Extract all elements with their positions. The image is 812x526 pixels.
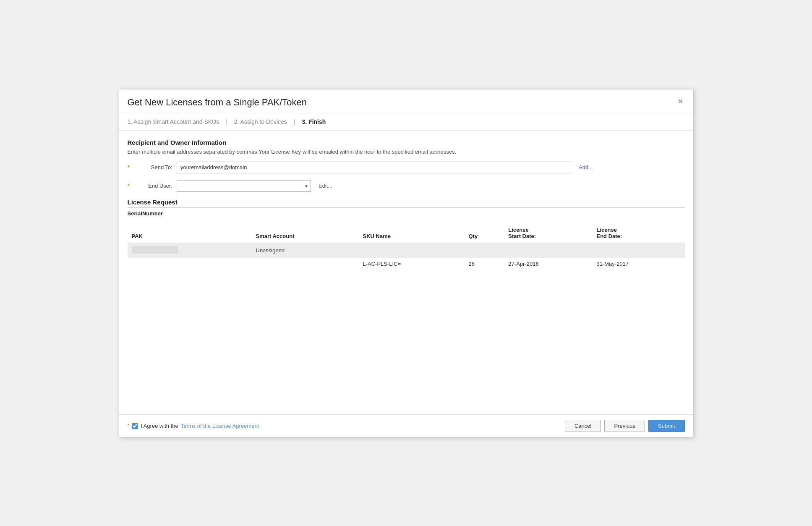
end-user-select[interactable] — [177, 180, 311, 192]
end-user-select-wrapper: ▼ — [177, 180, 311, 192]
cancel-button[interactable]: Cancel — [565, 420, 601, 432]
wizard-steps: 1. Assign Smart Account and SKUs | 2. As… — [119, 113, 693, 131]
col-start-date: LicenseStart Date: — [504, 223, 592, 243]
smart-account-cell — [252, 258, 359, 270]
footer-right: Cancel Previous Submit — [565, 420, 685, 432]
qty-cell — [464, 243, 504, 258]
end-date-cell — [592, 243, 684, 258]
pak-placeholder — [132, 246, 178, 254]
col-sku-name: SKU Name — [358, 223, 464, 243]
license-request-title: License Request — [128, 199, 685, 206]
license-table: PAK Smart Account SKU Name Qty LicenseSt… — [128, 223, 685, 270]
smart-account-cell: Unassigned — [252, 243, 359, 258]
edit-link[interactable]: Edit... — [319, 183, 332, 189]
sku-name-cell: L-AC-PLS-LIC= — [358, 258, 464, 270]
recipient-section-desc: Enter multiple email addresses separated… — [128, 149, 685, 155]
pak-cell — [128, 258, 252, 270]
table-row: Unassigned — [128, 243, 685, 258]
sku-name-cell — [358, 243, 464, 258]
agree-checkbox[interactable] — [132, 423, 138, 429]
start-date-cell: 27-Apr-2016 — [504, 258, 592, 270]
end-date-cell: 31-May-2017 — [592, 258, 684, 270]
col-end-date: LicenseEnd Date: — [592, 223, 684, 243]
table-header-row: PAK Smart Account SKU Name Qty LicenseSt… — [128, 223, 685, 243]
serial-number-label: SerialNumber — [128, 207, 685, 217]
wizard-step-1: 1. Assign Smart Account and SKUs — [128, 118, 219, 125]
terms-link[interactable]: Terms of the License Agreement — [181, 423, 259, 429]
footer-left: * I Agree with the Terms of the License … — [128, 423, 259, 429]
previous-button[interactable]: Previous — [604, 420, 645, 432]
license-table-section: PAK Smart Account SKU Name Qty LicenseSt… — [128, 223, 685, 270]
wizard-sep-1: | — [226, 118, 227, 125]
start-date-cell — [504, 243, 592, 258]
col-smart-account: Smart Account — [252, 223, 359, 243]
send-to-row: * Send To: Add... — [128, 162, 685, 173]
send-to-input[interactable] — [177, 162, 571, 173]
recipient-section-title: Recipient and Owner Information — [128, 139, 685, 146]
end-user-row: * End User: ▼ Edit... — [128, 180, 685, 192]
footer-required-star: * — [128, 423, 130, 429]
submit-button[interactable]: Submit — [648, 420, 684, 432]
table-row: L-AC-PLS-LIC= 26 27-Apr-2016 31-May-2017 — [128, 258, 685, 270]
wizard-step-2: 2. Assign to Devices — [234, 118, 287, 125]
dialog-title: Get New Licenses from a Single PAK/Token — [128, 97, 307, 108]
wizard-sep-2: | — [294, 118, 295, 125]
col-pak: PAK — [128, 223, 252, 243]
end-user-label: End User: — [135, 183, 172, 189]
dialog-header: Get New Licenses from a Single PAK/Token… — [119, 89, 693, 113]
col-qty: Qty — [464, 223, 504, 243]
wizard-step-3: 3. Finish — [302, 118, 326, 125]
pak-cell — [128, 243, 252, 258]
qty-cell: 26 — [464, 258, 504, 270]
main-dialog: Get New Licenses from a Single PAK/Token… — [119, 89, 694, 437]
dialog-body: Recipient and Owner Information Enter mu… — [119, 131, 693, 278]
dialog-footer: * I Agree with the Terms of the License … — [119, 414, 693, 437]
close-button[interactable]: × — [676, 97, 685, 105]
agree-text: I Agree with the — [141, 423, 178, 429]
add-link[interactable]: Add... — [579, 164, 593, 170]
send-to-label: Send To: — [135, 164, 172, 170]
end-user-required-star: * — [128, 183, 130, 189]
send-to-required-star: * — [128, 164, 130, 171]
